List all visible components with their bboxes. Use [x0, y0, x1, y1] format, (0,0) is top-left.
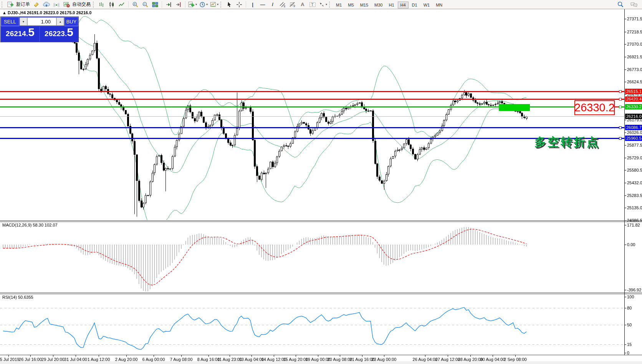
toolbar-grip[interactable] — [93, 2, 95, 8]
time-axis-label[interactable]: 20 Aug 08:00 — [328, 357, 352, 362]
time-axis-label[interactable]: 30 Aug 04:00 — [480, 357, 505, 362]
sell-button[interactable]: SELL — [1, 17, 19, 26]
buy-price[interactable]: 26223.5 — [40, 26, 78, 42]
price-axis-label[interactable]: 25580.5 — [627, 168, 642, 172]
rsi-axis-label[interactable]: 15 — [627, 342, 632, 347]
timeframe-mn[interactable]: MN — [433, 2, 445, 8]
big-price-label[interactable]: 26330.2 — [574, 100, 615, 115]
annotation-text[interactable]: 多空转折点 — [534, 134, 600, 150]
templates-button[interactable]: ▾ — [209, 1, 219, 8]
panel-separator[interactable] — [0, 355, 642, 355]
time-axis-label[interactable]: 8 Aug 16:00 — [197, 357, 220, 362]
signals-button[interactable] — [52, 1, 61, 8]
toolbar-grip[interactable] — [220, 2, 223, 8]
timeframe-w1[interactable]: W1 — [421, 2, 433, 8]
hline-anchor[interactable] — [619, 90, 622, 93]
panel-separator[interactable] — [0, 222, 642, 222]
timeframe-m1[interactable]: M1 — [333, 2, 344, 8]
green-rectangle-object[interactable] — [499, 104, 530, 111]
time-axis-label[interactable]: 15 Aug 20:00 — [283, 357, 308, 362]
hline-anchor[interactable] — [619, 137, 622, 140]
time-axis-label[interactable]: 7 Aug 08:00 — [170, 357, 193, 362]
time-axis-label[interactable]: 27 Aug 12:00 — [435, 357, 460, 362]
indicators-button[interactable]: ▾ — [187, 1, 198, 8]
periods-button[interactable]: ▾ — [199, 1, 208, 8]
vertical-line-tool[interactable]: | — [248, 1, 257, 8]
timeframe-m30[interactable]: M30 — [372, 2, 385, 8]
time-axis-label[interactable]: 26 Jul 16:00 — [19, 357, 42, 362]
price-hline-25960.5[interactable] — [0, 138, 624, 139]
price-axis-label[interactable]: 27070.0 — [627, 42, 642, 46]
chart-canvas[interactable] — [0, 0, 642, 364]
trendline-tool[interactable]: / — [268, 1, 277, 8]
chart-shift-button[interactable] — [174, 1, 183, 8]
price-hline-26330.2[interactable] — [0, 106, 624, 108]
panel-separator[interactable] — [0, 220, 642, 221]
price-axis-label[interactable]: 25283.5 — [627, 193, 642, 198]
time-axis-label[interactable]: 13 Aug 04:00 — [239, 357, 264, 362]
toolbar-grip[interactable] — [329, 2, 331, 8]
timeframe-d1[interactable]: D1 — [409, 2, 420, 8]
macd-axis-label[interactable]: 0.00 — [627, 242, 635, 247]
channel-tool[interactable]: E — [278, 1, 287, 8]
autotrade-button[interactable] — [62, 1, 71, 8]
price-axis-label[interactable]: 27218.5 — [627, 30, 642, 34]
time-axis-label[interactable]: 1 Aug 12:00 — [88, 357, 110, 362]
rsi-axis-label[interactable]: 50 — [627, 323, 632, 327]
price-hline-26086.7[interactable] — [0, 127, 624, 128]
price-axis-label[interactable]: 24986.5 — [627, 218, 642, 223]
bar-chart-button[interactable] — [97, 1, 106, 8]
volume-input[interactable]: 1.00 — [27, 17, 56, 26]
toolbar-grip[interactable] — [2, 2, 4, 8]
time-axis-label[interactable]: 28 Aug 20:00 — [458, 357, 483, 362]
auto-scroll-button[interactable] — [164, 1, 173, 8]
sell-price[interactable]: 26214.5 — [1, 26, 40, 42]
time-axis-label[interactable]: 2 Sep 08:00 — [504, 357, 526, 362]
search-button[interactable] — [616, 1, 625, 8]
time-axis-label[interactable]: 14 Aug 12:00 — [261, 357, 286, 362]
autotrade-label[interactable]: 自动交易 — [72, 1, 91, 8]
panel-separator[interactable] — [0, 294, 642, 294]
price-axis-label[interactable]: 25432.0 — [627, 180, 642, 185]
time-axis-label[interactable]: 25 Jul 2019 — [0, 357, 19, 362]
price-axis-label[interactable]: 25729.0 — [627, 156, 642, 160]
price-axis-label[interactable]: 26773.0 — [627, 67, 642, 72]
text-label-tool[interactable]: T — [308, 1, 317, 8]
panel-separator[interactable] — [0, 293, 642, 293]
price-hline-26420.4[interactable] — [0, 99, 624, 100]
price-hline-26515.1[interactable] — [0, 91, 624, 92]
time-axis-label[interactable]: 26 Aug 04:00 — [413, 357, 438, 362]
new-order-label[interactable]: 新订单 — [16, 1, 30, 8]
timeframe-m5[interactable]: M5 — [345, 2, 356, 8]
price-axis-label[interactable]: 25135.0 — [627, 205, 642, 210]
time-axis-label[interactable]: 11 Aug 23:00 — [217, 357, 242, 362]
time-axis-label[interactable]: 19 Aug 00:00 — [306, 357, 331, 362]
arrows-tool[interactable]: ▾ — [318, 1, 328, 8]
community-button[interactable] — [42, 1, 51, 8]
hline-anchor[interactable] — [619, 106, 622, 108]
price-axis-label[interactable]: 26921.5 — [627, 55, 642, 59]
timeframe-m15[interactable]: M15 — [357, 2, 371, 8]
new-order-button[interactable] — [6, 1, 15, 8]
tile-windows-button[interactable] — [151, 1, 160, 8]
timeframe-h1[interactable]: H1 — [386, 2, 397, 8]
price-axis-label[interactable]: 25877.5 — [627, 143, 642, 147]
zoom-in-button[interactable] — [131, 1, 140, 8]
rsi-axis-label[interactable]: 100 — [627, 295, 634, 299]
volume-up-button[interactable]: ▲ — [56, 17, 64, 26]
time-axis-label[interactable]: 31 Jul 04:00 — [64, 357, 87, 362]
horizontal-line-tool[interactable]: — — [258, 1, 267, 8]
crosshair-button[interactable] — [235, 1, 244, 8]
price-axis-label[interactable]: 26026.0 — [627, 130, 642, 135]
line-chart-button[interactable] — [117, 1, 126, 8]
hline-anchor[interactable] — [619, 126, 622, 129]
cursor-button[interactable] — [225, 1, 234, 8]
macd-axis-label[interactable]: 171.82 — [627, 223, 640, 227]
hline-anchor[interactable] — [619, 98, 622, 101]
time-axis-label[interactable]: 23 Aug 00:00 — [372, 357, 397, 362]
rsi-axis-label[interactable]: 0 — [627, 351, 629, 355]
macd-axis-label[interactable]: -396.92 — [627, 288, 641, 292]
price-axis-label[interactable]: 27371.5 — [627, 17, 642, 21]
time-axis-label[interactable]: 21 Aug 16:00 — [350, 357, 375, 362]
buy-button[interactable]: BUY — [65, 17, 78, 26]
